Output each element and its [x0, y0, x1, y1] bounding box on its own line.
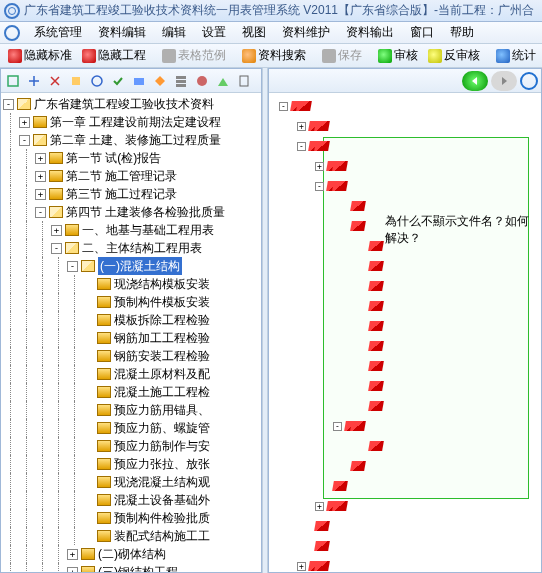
menu-data-edit[interactable]: 资料编辑: [90, 22, 154, 43]
tree-node[interactable]: +第一节 试(检)报告: [3, 149, 259, 167]
doc-node[interactable]: [351, 461, 367, 471]
tree-node[interactable]: 混凝土原材料及配: [3, 365, 259, 383]
expander-icon[interactable]: -: [67, 261, 78, 272]
menu-maintain[interactable]: 资料维护: [274, 22, 338, 43]
expander-icon[interactable]: +: [67, 567, 78, 573]
expander-icon[interactable]: +: [297, 562, 306, 571]
doc-node[interactable]: [369, 381, 385, 391]
doc-node[interactable]: [315, 141, 331, 151]
tree-node[interactable]: -第四节 土建装修各检验批质量: [3, 203, 259, 221]
expander-icon[interactable]: +: [35, 171, 46, 182]
unaudit-button[interactable]: 反审核: [424, 46, 484, 65]
doc-node[interactable]: [315, 521, 331, 531]
expander-icon[interactable]: -: [297, 142, 306, 151]
menu-help[interactable]: 帮助: [442, 22, 482, 43]
tree-node[interactable]: 装配式结构施工工: [3, 527, 259, 545]
expander-icon[interactable]: +: [35, 153, 46, 164]
menu-window[interactable]: 窗口: [402, 22, 442, 43]
search-button[interactable]: 资料搜索: [238, 46, 310, 65]
expander-icon[interactable]: +: [315, 502, 324, 511]
panel-btn-1[interactable]: [4, 72, 22, 90]
expander-icon[interactable]: -: [3, 99, 14, 110]
tree-node[interactable]: +(三)钢结构工程: [3, 563, 259, 572]
expander-icon[interactable]: -: [333, 422, 342, 431]
menu-system[interactable]: 系统管理: [26, 22, 90, 43]
doc-node[interactable]: [315, 561, 331, 571]
expander-icon[interactable]: +: [67, 549, 78, 560]
expander-icon[interactable]: +: [297, 122, 306, 131]
tree-node[interactable]: 预应力筋制作与安: [3, 437, 259, 455]
tree-node[interactable]: +第一章 工程建设前期法定建设程: [3, 113, 259, 131]
doc-node[interactable]: [369, 281, 385, 291]
audit-button[interactable]: 审核: [374, 46, 422, 65]
doc-node[interactable]: [351, 421, 367, 431]
hide-project-button[interactable]: 隐藏工程: [78, 46, 150, 65]
expander-icon[interactable]: +: [51, 225, 62, 236]
doc-node[interactable]: [333, 481, 349, 491]
nav-forward-button[interactable]: [491, 71, 517, 91]
tree-node[interactable]: 预制构件检验批质: [3, 509, 259, 527]
panel-btn-3[interactable]: [46, 72, 64, 90]
menu-view[interactable]: 视图: [234, 22, 274, 43]
panel-btn-12[interactable]: [235, 72, 253, 90]
tree-node[interactable]: 预制构件模板安装: [3, 293, 259, 311]
save-button[interactable]: 保存: [318, 46, 366, 65]
doc-node[interactable]: [333, 161, 349, 171]
tree-node[interactable]: -第二章 土建、装修施工过程质量: [3, 131, 259, 149]
panel-btn-10[interactable]: [193, 72, 211, 90]
tree-node[interactable]: 钢筋安装工程检验: [3, 347, 259, 365]
document-tree[interactable]: 為什么不顯示文件名？如何 解决？ -+-+--++: [269, 93, 541, 572]
tree-node[interactable]: -广东省建筑工程竣工验收技术资料: [3, 95, 259, 113]
expander-icon[interactable]: -: [279, 102, 288, 111]
tree-node[interactable]: 现浇结构模板安装: [3, 275, 259, 293]
form-sample-button[interactable]: 表格范例: [158, 46, 230, 65]
doc-node[interactable]: [369, 441, 385, 451]
panel-btn-4[interactable]: [67, 72, 85, 90]
tree-node[interactable]: +(二)砌体结构: [3, 545, 259, 563]
tree-node[interactable]: 混凝土施工工程检: [3, 383, 259, 401]
doc-node[interactable]: [315, 541, 331, 551]
doc-node[interactable]: [297, 101, 313, 111]
expander-icon[interactable]: -: [35, 207, 46, 218]
doc-node[interactable]: [369, 321, 385, 331]
expander-icon[interactable]: +: [19, 117, 30, 128]
doc-node[interactable]: [369, 241, 385, 251]
expander-icon[interactable]: +: [315, 162, 324, 171]
doc-node[interactable]: [333, 501, 349, 511]
tree-node[interactable]: 现浇混凝土结构观: [3, 473, 259, 491]
expander-icon[interactable]: +: [35, 189, 46, 200]
tree-node[interactable]: +一、地基与基础工程用表: [3, 221, 259, 239]
doc-node[interactable]: [369, 361, 385, 371]
tree-node[interactable]: +第三节 施工过程记录: [3, 185, 259, 203]
menu-output[interactable]: 资料输出: [338, 22, 402, 43]
panel-btn-6[interactable]: [109, 72, 127, 90]
expander-icon[interactable]: -: [51, 243, 62, 254]
doc-node[interactable]: [351, 221, 367, 231]
tree-node[interactable]: 模板拆除工程检验: [3, 311, 259, 329]
doc-node[interactable]: [351, 201, 367, 211]
catalog-tree[interactable]: -广东省建筑工程竣工验收技术资料+第一章 工程建设前期法定建设程-第二章 土建、…: [1, 93, 261, 572]
menu-settings[interactable]: 设置: [194, 22, 234, 43]
panel-btn-2[interactable]: [25, 72, 43, 90]
hide-standard-button[interactable]: 隐藏标准: [4, 46, 76, 65]
doc-node[interactable]: [315, 121, 331, 131]
doc-node[interactable]: [369, 401, 385, 411]
panel-btn-11[interactable]: [214, 72, 232, 90]
tree-node[interactable]: -(一)混凝土结构: [3, 257, 259, 275]
tree-node[interactable]: 预应力筋用锚具、: [3, 401, 259, 419]
expander-icon[interactable]: -: [19, 135, 30, 146]
doc-node[interactable]: [333, 181, 349, 191]
tree-node[interactable]: 钢筋加工工程检验: [3, 329, 259, 347]
tree-node[interactable]: -二、主体结构工程用表: [3, 239, 259, 257]
tree-node[interactable]: 混凝土设备基础外: [3, 491, 259, 509]
tree-node[interactable]: 预应力张拉、放张: [3, 455, 259, 473]
tree-node[interactable]: 预应力筋、螺旋管: [3, 419, 259, 437]
doc-node[interactable]: [369, 301, 385, 311]
doc-node[interactable]: [369, 341, 385, 351]
menu-edit[interactable]: 编辑: [154, 22, 194, 43]
stats-button[interactable]: 统计: [492, 46, 540, 65]
doc-node[interactable]: [369, 261, 385, 271]
panel-btn-5[interactable]: [88, 72, 106, 90]
expander-icon[interactable]: -: [315, 182, 324, 191]
tree-node[interactable]: +第二节 施工管理记录: [3, 167, 259, 185]
